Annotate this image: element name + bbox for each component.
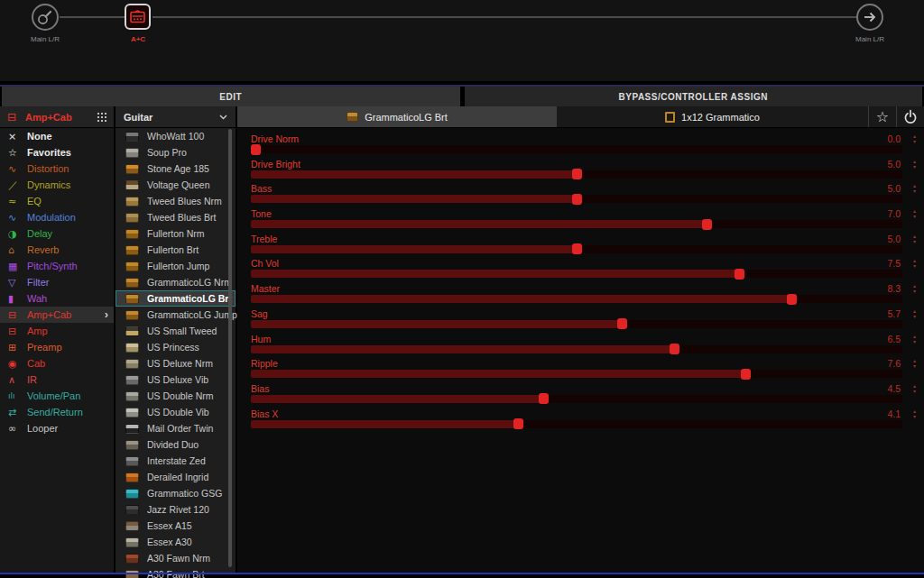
sidebar-item-ir[interactable]: ∧IR <box>0 372 114 388</box>
param-slider-thumb[interactable] <box>741 369 751 380</box>
model-item-tweed-blues-brt[interactable]: Tweed Blues Brt <box>116 209 236 225</box>
sidebar-item-none[interactable]: ×None <box>0 128 114 144</box>
param-slider-thumb[interactable] <box>702 219 712 230</box>
sidebar-item-pitch-synth[interactable]: ▦Pitch/Synth <box>0 258 114 274</box>
param-value[interactable]: 0.0 <box>887 133 901 144</box>
param-stepper[interactable]: ▴▾ <box>913 408 916 419</box>
tab-edit[interactable]: EDIT <box>2 87 460 106</box>
model-item-stone-age-185[interactable]: Stone Age 185 <box>116 161 236 177</box>
sidebar-item-preamp[interactable]: ⊞Preamp <box>0 339 114 355</box>
param-slider-thumb[interactable] <box>251 144 261 155</box>
model-item-us-deluxe-nrm[interactable]: US Deluxe Nrm <box>116 355 236 372</box>
param-slider-track[interactable] <box>251 420 902 428</box>
model-item-soup-pro[interactable]: Soup Pro <box>116 144 236 161</box>
category-dropdown[interactable]: Guitar <box>116 106 236 128</box>
model-item-fullerton-nrm[interactable]: Fullerton Nrm <box>116 225 236 242</box>
param-value[interactable]: 4.1 <box>887 408 901 419</box>
param-value[interactable]: 5.7 <box>887 308 901 319</box>
sidebar-item-dynamics[interactable]: ／Dynamics <box>0 177 114 193</box>
param-slider-track[interactable] <box>251 145 902 153</box>
param-stepper[interactable]: ▴▾ <box>913 183 916 194</box>
param-value[interactable]: 8.3 <box>887 283 901 294</box>
model-item-voltage-queen[interactable]: Voltage Queen <box>116 177 236 193</box>
model-item-grammaticolg-brt[interactable]: GrammaticoLG Brt <box>116 290 236 307</box>
sidebar-item-delay[interactable]: ◑Delay <box>0 225 114 242</box>
param-slider-thumb[interactable] <box>670 344 679 354</box>
param-slider-track[interactable] <box>251 395 902 403</box>
param-slider-thumb[interactable] <box>572 243 582 254</box>
model-item-us-double-nrm[interactable]: US Double Nrm <box>116 388 236 404</box>
param-stepper[interactable]: ▴▾ <box>913 133 916 144</box>
model-item-jazz-rivet-120[interactable]: Jazz Rivet 120 <box>116 501 236 518</box>
bypass-power-button[interactable] <box>896 106 924 127</box>
param-stepper[interactable]: ▴▾ <box>913 159 916 170</box>
param-stepper[interactable]: ▴▾ <box>913 258 916 269</box>
param-stepper[interactable]: ▴▾ <box>913 383 916 394</box>
model-item-mail-order-twin[interactable]: Mail Order Twin <box>116 420 236 436</box>
param-slider-track[interactable] <box>251 345 902 353</box>
param-slider-thumb[interactable] <box>513 418 523 429</box>
model-item-interstate-zed[interactable]: Interstate Zed <box>116 453 236 469</box>
model-item-grammaticolg-jump[interactable]: GrammaticoLG Jump <box>116 307 236 323</box>
sidebar-item-modulation[interactable]: ∿Modulation <box>0 209 114 225</box>
model-item-essex-a15[interactable]: Essex A15 <box>116 518 236 534</box>
param-slider-thumb[interactable] <box>572 169 582 179</box>
output-node[interactable] <box>856 4 883 31</box>
model-item-fullerton-brt[interactable]: Fullerton Brt <box>116 242 236 258</box>
sidebar-item-filter[interactable]: ▽Filter <box>0 274 114 290</box>
param-slider-track[interactable] <box>251 320 902 328</box>
model-item-whowatt-100[interactable]: WhoWatt 100 <box>116 128 236 144</box>
favorite-button[interactable]: ☆ <box>868 106 896 127</box>
model-list-scrollbar[interactable] <box>228 129 232 567</box>
model-item-us-small-tweed[interactable]: US Small Tweed <box>116 323 236 339</box>
model-item-a30-fawn-nrm[interactable]: A30 Fawn Nrm <box>116 550 236 566</box>
param-value[interactable]: 7.0 <box>887 208 901 219</box>
param-slider-thumb[interactable] <box>539 393 549 404</box>
model-item-us-princess[interactable]: US Princess <box>116 339 236 355</box>
sidebar-item-send-return[interactable]: ⇄Send/Return <box>0 404 114 420</box>
sidebar-item-reverb[interactable]: ⌂Reverb <box>0 242 114 258</box>
param-stepper[interactable]: ▴▾ <box>913 283 916 294</box>
param-slider-thumb[interactable] <box>735 269 744 280</box>
param-value[interactable]: 5.0 <box>887 183 901 194</box>
tab-bypass-controller-assign[interactable]: BYPASS/CONTROLLER ASSIGN <box>465 87 923 106</box>
amp-model-button[interactable]: GrammaticoLG Brt <box>237 106 557 127</box>
model-item-divided-duo[interactable]: Divided Duo <box>116 436 236 453</box>
sidebar-item-volume-pan[interactable]: ılıVolume/Pan <box>0 388 114 404</box>
param-stepper[interactable]: ▴▾ <box>913 234 916 244</box>
model-item-derailed-ingrid[interactable]: Derailed Ingrid <box>116 469 236 485</box>
amp-cab-block[interactable] <box>125 4 151 30</box>
sidebar-item-amp-cab[interactable]: ⊟Amp+Cab› <box>0 307 114 323</box>
model-item-fullerton-jump[interactable]: Fullerton Jump <box>116 258 236 274</box>
param-slider-track[interactable] <box>251 370 902 378</box>
model-item-grammatico-gsg[interactable]: Grammatico GSG <box>116 485 236 501</box>
param-stepper[interactable]: ▴▾ <box>913 308 916 319</box>
param-value[interactable]: 7.5 <box>887 258 901 269</box>
param-slider-track[interactable] <box>251 270 902 278</box>
param-slider-track[interactable] <box>251 220 902 228</box>
grid-view-icon[interactable] <box>97 112 106 122</box>
sidebar-item-wah[interactable]: ▮Wah <box>0 290 114 307</box>
param-value[interactable]: 6.5 <box>887 334 901 344</box>
param-value[interactable]: 7.6 <box>887 358 901 369</box>
sidebar-item-amp[interactable]: ⊟Amp <box>0 323 114 339</box>
param-value[interactable]: 5.0 <box>887 159 901 170</box>
param-slider-thumb[interactable] <box>572 194 582 205</box>
model-item-essex-a30[interactable]: Essex A30 <box>116 534 236 550</box>
model-item-us-deluxe-vib[interactable]: US Deluxe Vib <box>116 372 236 388</box>
param-stepper[interactable]: ▴▾ <box>913 334 916 344</box>
param-slider-thumb[interactable] <box>787 294 797 305</box>
param-value[interactable]: 4.5 <box>887 383 901 394</box>
sidebar-item-distortion[interactable]: ∿Distortion <box>0 161 114 177</box>
sidebar-item-eq[interactable]: ≈EQ <box>0 193 114 209</box>
model-item-us-double-vib[interactable]: US Double Vib <box>116 404 236 420</box>
param-slider-thumb[interactable] <box>617 318 627 329</box>
cab-model-button[interactable]: 1x12 Grammatico <box>557 106 868 127</box>
param-stepper[interactable]: ▴▾ <box>913 358 916 369</box>
param-stepper[interactable]: ▴▾ <box>913 208 916 219</box>
sidebar-item-looper[interactable]: ∞Looper <box>0 420 114 436</box>
sidebar-item-cab[interactable]: ◉Cab <box>0 355 114 372</box>
sidebar-item-favorites[interactable]: ☆Favorites <box>0 144 114 161</box>
model-item-tweed-blues-nrm[interactable]: Tweed Blues Nrm <box>116 193 236 209</box>
param-value[interactable]: 5.0 <box>887 234 901 244</box>
